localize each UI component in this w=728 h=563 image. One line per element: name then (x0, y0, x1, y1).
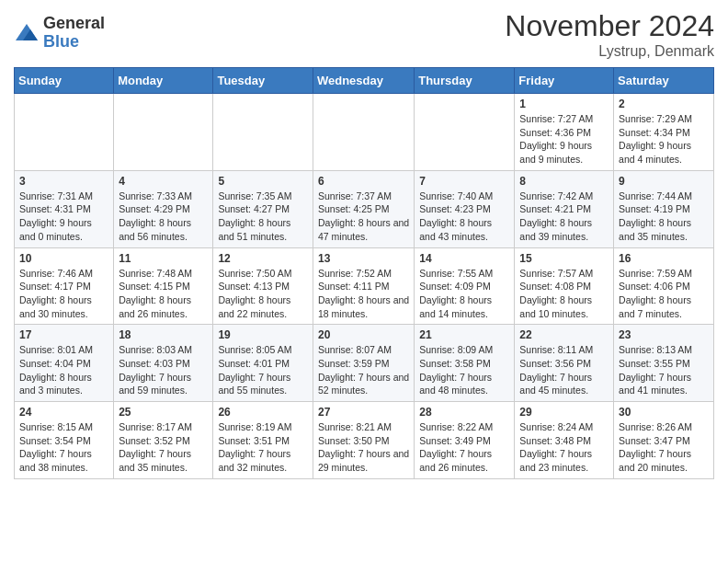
day-info-3-0: Sunrise: 8:01 AM Sunset: 4:04 PM Dayligh… (19, 343, 108, 397)
day-num-1-3: 6 (318, 175, 409, 188)
day-num-1-1: 4 (119, 175, 208, 188)
cell-3-5: 22Sunrise: 8:11 AM Sunset: 3:56 PM Dayli… (515, 325, 614, 402)
cell-0-0 (15, 94, 114, 171)
cell-4-4: 28Sunrise: 8:22 AM Sunset: 3:49 PM Dayli… (415, 402, 515, 479)
day-num-3-4: 21 (419, 328, 509, 341)
day-info-3-4: Sunrise: 8:09 AM Sunset: 3:58 PM Dayligh… (419, 343, 509, 397)
header-sunday: Sunday (15, 68, 114, 94)
cell-2-2: 12Sunrise: 7:50 AM Sunset: 4:13 PM Dayli… (213, 247, 313, 325)
location: Lystrup, Denmark (505, 43, 714, 60)
week-row-2: 10Sunrise: 7:46 AM Sunset: 4:17 PM Dayli… (15, 247, 714, 325)
day-num-4-5: 29 (519, 406, 609, 419)
day-num-1-2: 5 (218, 175, 308, 188)
day-num-1-5: 8 (519, 175, 609, 188)
day-num-4-2: 26 (218, 406, 308, 419)
cell-0-5: 1Sunrise: 7:27 AM Sunset: 4:36 PM Daylig… (515, 94, 614, 171)
day-info-4-6: Sunrise: 8:26 AM Sunset: 3:47 PM Dayligh… (619, 420, 709, 475)
cell-2-5: 15Sunrise: 7:57 AM Sunset: 4:08 PM Dayli… (515, 247, 614, 325)
day-num-3-0: 17 (19, 328, 108, 341)
day-num-3-6: 23 (619, 328, 709, 341)
cell-0-3 (313, 94, 414, 171)
logo-blue-text: Blue (43, 33, 105, 52)
cell-2-6: 16Sunrise: 7:59 AM Sunset: 4:06 PM Dayli… (614, 247, 714, 325)
day-num-0-6: 2 (619, 98, 709, 110)
day-info-2-6: Sunrise: 7:59 AM Sunset: 4:06 PM Dayligh… (619, 267, 709, 321)
day-info-3-3: Sunrise: 8:07 AM Sunset: 3:59 PM Dayligh… (318, 343, 409, 397)
week-row-3: 17Sunrise: 8:01 AM Sunset: 4:04 PM Dayli… (15, 325, 714, 402)
day-info-3-5: Sunrise: 8:11 AM Sunset: 3:56 PM Dayligh… (519, 343, 609, 397)
day-num-0-5: 1 (519, 98, 609, 110)
cell-0-2 (213, 94, 313, 171)
day-info-1-3: Sunrise: 7:37 AM Sunset: 4:25 PM Dayligh… (318, 190, 409, 244)
cell-4-3: 27Sunrise: 8:21 AM Sunset: 3:50 PM Dayli… (313, 402, 414, 479)
day-num-2-3: 13 (318, 252, 409, 265)
cell-0-4 (415, 94, 515, 171)
day-info-1-6: Sunrise: 7:44 AM Sunset: 4:19 PM Dayligh… (619, 190, 709, 244)
day-num-3-2: 19 (218, 328, 308, 341)
day-num-2-1: 11 (119, 252, 208, 265)
cell-1-5: 8Sunrise: 7:42 AM Sunset: 4:21 PM Daylig… (515, 170, 614, 247)
cell-3-4: 21Sunrise: 8:09 AM Sunset: 3:58 PM Dayli… (415, 325, 515, 402)
cell-4-0: 24Sunrise: 8:15 AM Sunset: 3:54 PM Dayli… (15, 402, 114, 479)
day-info-4-3: Sunrise: 8:21 AM Sunset: 3:50 PM Dayligh… (318, 420, 409, 475)
cell-3-0: 17Sunrise: 8:01 AM Sunset: 4:04 PM Dayli… (15, 325, 114, 402)
day-num-4-4: 28 (419, 406, 509, 419)
day-num-4-6: 30 (619, 406, 709, 419)
day-num-1-4: 7 (419, 175, 509, 188)
day-num-2-2: 12 (218, 252, 308, 265)
cell-2-3: 13Sunrise: 7:52 AM Sunset: 4:11 PM Dayli… (313, 247, 414, 325)
day-num-4-0: 24 (19, 406, 108, 419)
header-saturday: Saturday (614, 68, 714, 94)
header-monday: Monday (114, 68, 213, 94)
logo-icon (14, 20, 40, 46)
day-num-2-5: 15 (519, 252, 609, 265)
day-num-2-6: 16 (619, 252, 709, 265)
day-info-4-2: Sunrise: 8:19 AM Sunset: 3:51 PM Dayligh… (218, 420, 308, 475)
day-info-0-5: Sunrise: 7:27 AM Sunset: 4:36 PM Dayligh… (519, 112, 609, 167)
day-info-1-2: Sunrise: 7:35 AM Sunset: 4:27 PM Dayligh… (218, 190, 308, 244)
day-num-1-6: 9 (619, 175, 709, 188)
cell-1-1: 4Sunrise: 7:33 AM Sunset: 4:29 PM Daylig… (114, 170, 213, 247)
cell-4-1: 25Sunrise: 8:17 AM Sunset: 3:52 PM Dayli… (114, 402, 213, 479)
day-info-4-0: Sunrise: 8:15 AM Sunset: 3:54 PM Dayligh… (19, 420, 108, 475)
day-info-3-6: Sunrise: 8:13 AM Sunset: 3:55 PM Dayligh… (619, 343, 709, 397)
cell-0-6: 2Sunrise: 7:29 AM Sunset: 4:34 PM Daylig… (614, 94, 714, 171)
month-title: November 2024 (505, 9, 714, 43)
cell-4-5: 29Sunrise: 8:24 AM Sunset: 3:48 PM Dayli… (515, 402, 614, 479)
day-info-4-4: Sunrise: 8:22 AM Sunset: 3:49 PM Dayligh… (419, 420, 509, 475)
calendar-header-row: Sunday Monday Tuesday Wednesday Thursday… (15, 68, 714, 94)
day-info-3-2: Sunrise: 8:05 AM Sunset: 4:01 PM Dayligh… (218, 343, 308, 397)
header-tuesday: Tuesday (213, 68, 313, 94)
cell-2-1: 11Sunrise: 7:48 AM Sunset: 4:15 PM Dayli… (114, 247, 213, 325)
cell-2-0: 10Sunrise: 7:46 AM Sunset: 4:17 PM Dayli… (15, 247, 114, 325)
cell-3-6: 23Sunrise: 8:13 AM Sunset: 3:55 PM Dayli… (614, 325, 714, 402)
header-wednesday: Wednesday (313, 68, 414, 94)
cell-1-6: 9Sunrise: 7:44 AM Sunset: 4:19 PM Daylig… (614, 170, 714, 247)
logo: General Blue (14, 15, 105, 52)
day-info-3-1: Sunrise: 8:03 AM Sunset: 4:03 PM Dayligh… (119, 343, 208, 397)
day-num-4-1: 25 (119, 406, 208, 419)
header-friday: Friday (515, 68, 614, 94)
day-info-1-1: Sunrise: 7:33 AM Sunset: 4:29 PM Dayligh… (119, 190, 208, 244)
day-info-2-4: Sunrise: 7:55 AM Sunset: 4:09 PM Dayligh… (419, 267, 509, 321)
week-row-4: 24Sunrise: 8:15 AM Sunset: 3:54 PM Dayli… (15, 402, 714, 479)
week-row-0: 1Sunrise: 7:27 AM Sunset: 4:36 PM Daylig… (15, 94, 714, 171)
day-num-3-1: 18 (119, 328, 208, 341)
day-num-2-4: 14 (419, 252, 509, 265)
cell-3-3: 20Sunrise: 8:07 AM Sunset: 3:59 PM Dayli… (313, 325, 414, 402)
day-num-3-3: 20 (318, 328, 409, 341)
cell-4-6: 30Sunrise: 8:26 AM Sunset: 3:47 PM Dayli… (614, 402, 714, 479)
day-num-3-5: 22 (519, 328, 609, 341)
header-thursday: Thursday (415, 68, 515, 94)
calendar: Sunday Monday Tuesday Wednesday Thursday… (14, 67, 714, 479)
day-info-1-5: Sunrise: 7:42 AM Sunset: 4:21 PM Dayligh… (519, 190, 609, 244)
day-num-1-0: 3 (19, 175, 108, 188)
cell-1-0: 3Sunrise: 7:31 AM Sunset: 4:31 PM Daylig… (15, 170, 114, 247)
day-info-4-5: Sunrise: 8:24 AM Sunset: 3:48 PM Dayligh… (519, 420, 609, 475)
day-info-0-6: Sunrise: 7:29 AM Sunset: 4:34 PM Dayligh… (619, 112, 709, 167)
day-info-2-1: Sunrise: 7:48 AM Sunset: 4:15 PM Dayligh… (119, 267, 208, 321)
cell-1-3: 6Sunrise: 7:37 AM Sunset: 4:25 PM Daylig… (313, 170, 414, 247)
cell-2-4: 14Sunrise: 7:55 AM Sunset: 4:09 PM Dayli… (415, 247, 515, 325)
title-section: November 2024 Lystrup, Denmark (505, 9, 714, 60)
day-info-1-0: Sunrise: 7:31 AM Sunset: 4:31 PM Dayligh… (19, 190, 108, 244)
